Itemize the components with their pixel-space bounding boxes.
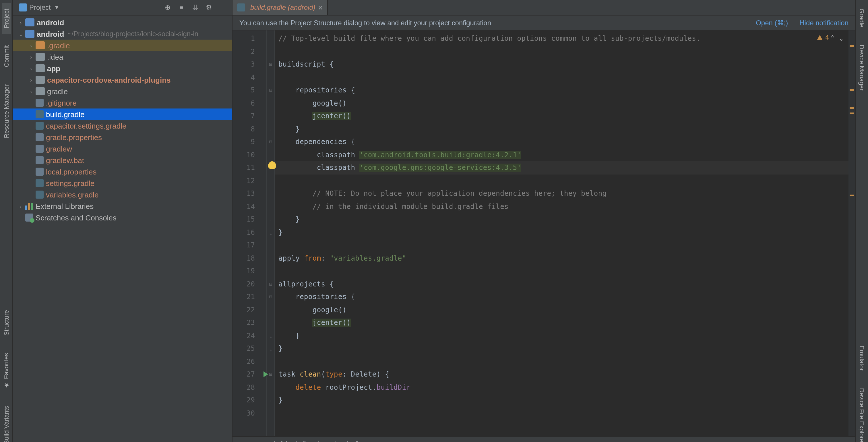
line-number[interactable]: 3 bbox=[232, 58, 267, 71]
project-view-selector[interactable]: Project ▼ bbox=[16, 2, 63, 12]
expand-arrow-icon[interactable]: › bbox=[26, 88, 36, 94]
tree-item[interactable]: gradle.properties bbox=[12, 131, 232, 143]
build-variants-button[interactable]: Build Variants bbox=[1, 400, 11, 442]
tree-item[interactable]: gradlew.bat bbox=[12, 154, 232, 166]
breadcrumb-path[interactable]: buildscript{}›dependencies{} bbox=[274, 440, 359, 442]
tree-item[interactable]: variables.gradle bbox=[12, 189, 232, 200]
editor-tab[interactable]: build.gradle (android) × bbox=[232, 0, 328, 15]
line-number[interactable]: 2 bbox=[232, 45, 267, 58]
run-gutter-icon[interactable] bbox=[264, 371, 268, 377]
code-line[interactable]: } bbox=[278, 226, 848, 239]
tree-item[interactable]: ›gradle bbox=[12, 86, 232, 97]
project-tree[interactable]: ›android⌄android~/Projects/blog-projects… bbox=[12, 15, 232, 442]
line-number[interactable]: 14 bbox=[232, 200, 267, 213]
line-number[interactable]: 21 bbox=[232, 290, 267, 304]
hide-notification-link[interactable]: Hide notification bbox=[799, 19, 848, 27]
line-number[interactable]: 9 bbox=[232, 135, 267, 148]
intention-bulb-icon[interactable] bbox=[268, 161, 276, 169]
code-line[interactable] bbox=[278, 355, 848, 368]
line-number[interactable]: 28 bbox=[232, 381, 267, 394]
line-number[interactable]: 12 bbox=[232, 174, 267, 187]
tree-item[interactable]: ›.gradle bbox=[12, 40, 232, 51]
line-number[interactable]: 11 bbox=[232, 161, 267, 174]
line-number[interactable]: 17 bbox=[232, 239, 267, 252]
error-stripe[interactable] bbox=[848, 30, 856, 436]
close-icon[interactable]: × bbox=[318, 3, 322, 12]
warning-marker[interactable] bbox=[849, 89, 854, 91]
breadcrumb-item[interactable]: dependencies{} bbox=[315, 440, 359, 442]
code-line[interactable]: // NOTE: Do not place your application d… bbox=[278, 187, 848, 200]
code-line[interactable]: apply from: "variables.gradle" bbox=[278, 252, 848, 264]
line-number[interactable]: 7 bbox=[232, 109, 267, 123]
emulator-tool-button[interactable]: Emulator bbox=[857, 340, 867, 376]
warning-marker[interactable] bbox=[849, 195, 854, 196]
code-line[interactable]: delete rootProject.buildDir bbox=[278, 381, 848, 394]
line-number[interactable]: 24 bbox=[232, 329, 267, 342]
gradle-tool-button[interactable]: Gradle bbox=[857, 3, 867, 33]
expand-arrow-icon[interactable]: ⌄ bbox=[16, 31, 25, 37]
line-number[interactable]: 18 bbox=[232, 252, 267, 264]
structure-tool-button[interactable]: Structure bbox=[1, 304, 11, 341]
expand-arrow-icon[interactable]: › bbox=[26, 54, 36, 60]
code-line[interactable]: } bbox=[278, 329, 848, 342]
inspection-widget[interactable]: 4 bbox=[817, 34, 829, 41]
tree-item[interactable]: gradlew bbox=[12, 143, 232, 154]
code-line[interactable]: } bbox=[278, 342, 848, 355]
tree-item[interactable]: ›capacitor-cordova-android-plugins bbox=[12, 74, 232, 86]
collapse-all-icon[interactable]: ⇊ bbox=[189, 1, 202, 14]
line-number[interactable]: 15 bbox=[232, 213, 267, 226]
line-number[interactable]: 29 bbox=[232, 394, 267, 407]
commit-tool-button[interactable]: Commit bbox=[1, 40, 11, 73]
device-file-explorer-button[interactable]: Device File Explorer bbox=[857, 382, 867, 442]
code-line[interactable] bbox=[278, 45, 848, 58]
tree-item[interactable]: .gitignore bbox=[12, 97, 232, 108]
line-number[interactable]: 27 bbox=[232, 368, 267, 381]
tree-item[interactable]: Scratches and Consoles bbox=[12, 212, 232, 223]
code-line[interactable]: google() bbox=[278, 304, 848, 316]
code-line[interactable]: } bbox=[278, 213, 848, 226]
code-editor[interactable]: 1234567891011121314151617181920212223242… bbox=[232, 30, 856, 436]
favorites-tool-button[interactable]: ★ Favorites bbox=[1, 347, 11, 394]
prev-highlight-icon[interactable]: ⌃ bbox=[829, 33, 836, 43]
code-line[interactable]: // Top-level build file where you can ad… bbox=[278, 32, 848, 45]
tree-item[interactable]: build.gradle bbox=[12, 108, 232, 120]
warning-marker[interactable] bbox=[849, 113, 854, 114]
line-number[interactable]: 19 bbox=[232, 264, 267, 278]
tree-item[interactable]: ›android bbox=[12, 17, 232, 28]
code-line[interactable] bbox=[278, 264, 848, 278]
expand-arrow-icon[interactable]: › bbox=[26, 42, 36, 49]
tree-item[interactable]: settings.gradle bbox=[12, 178, 232, 189]
next-highlight-icon[interactable]: ⌄ bbox=[838, 33, 845, 43]
code-line[interactable] bbox=[278, 174, 848, 187]
fold-toggle-icon[interactable]: ⊟ bbox=[267, 290, 274, 304]
line-number[interactable]: 8 bbox=[232, 123, 267, 135]
code-line[interactable]: dependencies { bbox=[278, 135, 848, 148]
code-line[interactable]: jcenter() bbox=[278, 109, 848, 123]
code-line[interactable]: task clean(type: Delete) { bbox=[278, 368, 848, 381]
line-number[interactable]: 20 bbox=[232, 278, 267, 290]
code-line[interactable] bbox=[278, 407, 848, 420]
project-tool-button[interactable]: Project bbox=[1, 3, 11, 34]
tree-item[interactable]: ›.idea bbox=[12, 51, 232, 63]
code-line[interactable] bbox=[278, 239, 848, 252]
expand-arrow-icon[interactable]: › bbox=[26, 76, 36, 83]
fold-toggle-icon[interactable]: ⊟ bbox=[267, 135, 274, 148]
line-number-gutter[interactable]: 1234567891011121314151617181920212223242… bbox=[232, 30, 267, 436]
select-opened-file-icon[interactable]: ⊕ bbox=[161, 1, 174, 14]
fold-gutter[interactable]: ⊟⊟⌞⊟⌞⌞⊟⊟⌞⌞⊟⌞ bbox=[267, 30, 275, 436]
code-line[interactable]: allprojects { bbox=[278, 278, 848, 290]
code-line[interactable]: classpath 'com.android.tools.build:gradl… bbox=[278, 148, 848, 161]
device-manager-button[interactable]: Device Manager bbox=[857, 39, 867, 96]
gear-icon[interactable]: ⚙ bbox=[203, 1, 215, 14]
code-line[interactable]: jcenter() bbox=[278, 316, 848, 329]
fold-toggle-icon[interactable]: ⊟ bbox=[267, 278, 274, 290]
code-line[interactable]: classpath 'com.google.gms:google-service… bbox=[278, 161, 848, 174]
code-line[interactable]: // in the individual module build.gradle… bbox=[278, 200, 848, 213]
warning-marker[interactable] bbox=[849, 45, 854, 47]
code-line[interactable]: buildscript { bbox=[278, 58, 848, 71]
resource-manager-button[interactable]: Resource Manager bbox=[1, 78, 11, 144]
tree-item[interactable]: capacitor.settings.gradle bbox=[12, 120, 232, 131]
expand-arrow-icon[interactable]: › bbox=[26, 65, 36, 71]
line-number[interactable]: 5 bbox=[232, 84, 267, 97]
expand-arrow-icon[interactable]: › bbox=[16, 19, 25, 26]
